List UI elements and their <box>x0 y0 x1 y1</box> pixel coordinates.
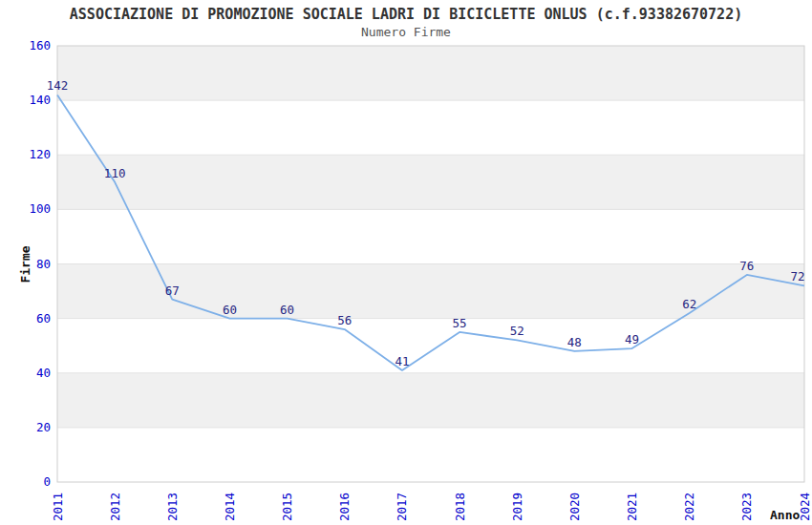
y-tick-label: 80 <box>36 257 51 271</box>
data-label: 62 <box>682 297 696 311</box>
y-tick-label: 140 <box>29 93 51 107</box>
data-label: 48 <box>567 335 582 349</box>
data-label: 52 <box>510 324 524 338</box>
data-label: 56 <box>337 313 352 327</box>
x-tick-label: 2018 <box>453 493 467 521</box>
data-label: 55 <box>453 316 467 330</box>
x-tick-label: 2015 <box>280 493 294 521</box>
data-label: 142 <box>47 78 69 93</box>
data-label: 41 <box>395 354 409 368</box>
plot-band <box>57 428 804 482</box>
x-tick-label: 2020 <box>567 493 582 521</box>
plot-band <box>57 209 804 263</box>
x-tick-label: 2016 <box>337 493 352 521</box>
data-label: 49 <box>625 332 639 346</box>
x-tick-label: 2021 <box>625 493 639 521</box>
y-tick-label: 160 <box>29 38 51 52</box>
plot-band <box>57 100 804 155</box>
data-label: 60 <box>223 303 237 317</box>
data-label: 110 <box>104 166 126 180</box>
x-tick-label: 2011 <box>51 493 65 521</box>
chart-canvas: ASSOCIAZIONE DI PROMOZIONE SOCIALE LADRI… <box>0 0 812 525</box>
x-tick-label: 2019 <box>510 493 524 521</box>
x-tick-label: 2022 <box>682 493 696 521</box>
data-label: 76 <box>739 259 754 273</box>
y-tick-label: 120 <box>29 147 51 161</box>
y-tick-label: 20 <box>36 420 51 434</box>
y-tick-label: 0 <box>43 474 51 489</box>
data-label: 72 <box>790 269 804 284</box>
data-label: 67 <box>165 284 180 298</box>
plot-band <box>57 319 804 373</box>
y-tick-label: 60 <box>36 311 51 326</box>
x-tick-label: 2023 <box>739 493 754 521</box>
x-tick-label: 2013 <box>165 493 180 521</box>
plot-band <box>57 46 804 100</box>
y-tick-label: 40 <box>36 366 51 380</box>
x-tick-label: 2017 <box>395 493 409 521</box>
x-tick-label: 2024 <box>798 493 812 521</box>
plot-band <box>57 373 804 428</box>
y-tick-label: 100 <box>29 201 51 216</box>
line-chart-plot: 0204060801001201401602011201220132014201… <box>0 0 812 525</box>
data-label: 60 <box>280 303 294 317</box>
plot-band <box>57 155 804 209</box>
x-tick-label: 2012 <box>108 493 122 521</box>
x-tick-label: 2014 <box>223 493 237 521</box>
